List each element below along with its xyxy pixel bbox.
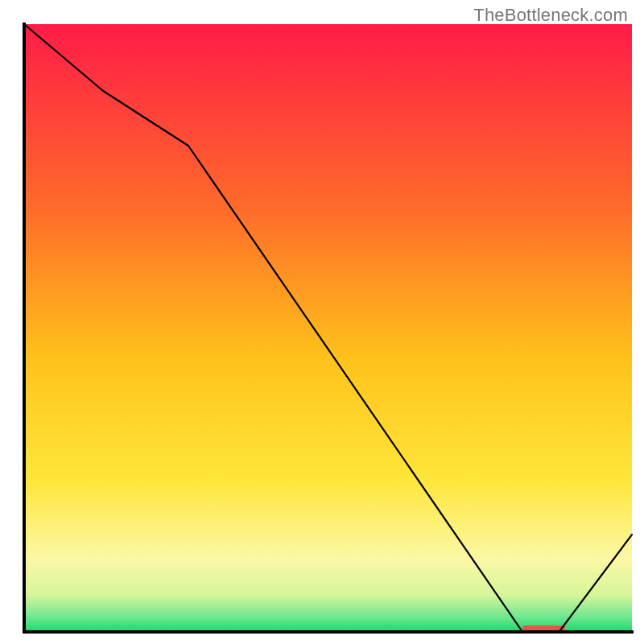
plot-background [24,24,632,632]
chart-svg [0,0,644,644]
watermark-label: TheBottleneck.com [473,5,628,26]
chart-container: TheBottleneck.com [0,0,644,644]
marker-strip [522,625,565,631]
